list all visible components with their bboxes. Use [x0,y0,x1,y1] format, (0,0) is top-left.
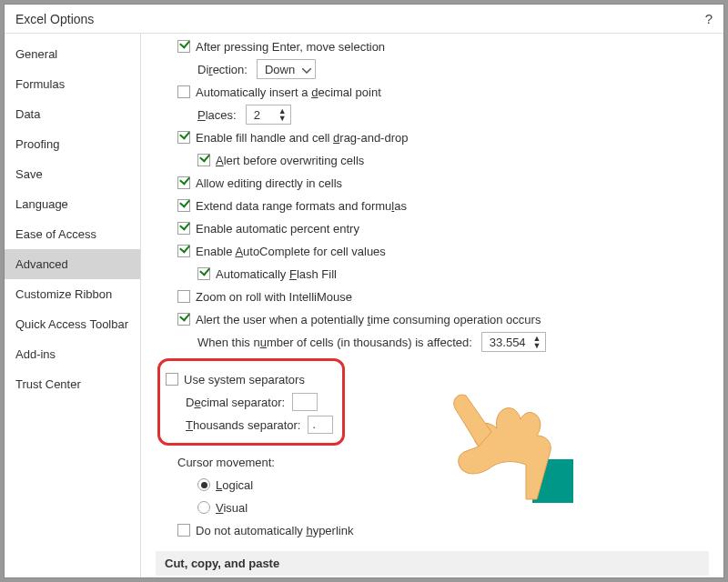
label-logical: Logical [216,478,253,492]
combo-direction[interactable]: Down [257,59,316,79]
checkbox-flash-fill[interactable] [197,267,210,280]
checkbox-autocomplete[interactable] [177,245,190,257]
sidebar-item-quick-access-toolbar[interactable]: Quick Access Toolbar [5,309,140,339]
help-icon[interactable]: ? [705,11,713,26]
opt-zoom-intelli: Zoom on roll with IntelliMouse [157,286,707,306]
label-autocomplete: Enable AutoComplete for cell values [196,245,386,258]
checkbox-use-sys-sep[interactable] [166,373,178,386]
sidebar-item-label: Proofing [15,137,59,151]
sidebar-item-customize-ribbon[interactable]: Customize Ribbon [5,279,140,309]
opt-direction: Direction: Down [157,59,707,79]
checkbox-alert-overwrite[interactable] [197,154,210,166]
sidebar-item-label: Formulas [15,77,65,91]
spinner-arrows-icon: ▲▼ [271,107,287,122]
category-sidebar: General Formulas Data Proofing Save Lang… [5,34,141,577]
checkbox-fill-handle[interactable] [177,131,190,144]
checkbox-extend-range[interactable] [177,199,190,212]
label-alert-overwrite: Alert before overwriting cells [216,154,364,167]
opt-cursor-movement: Cursor movement: [157,452,707,472]
label-thousands-sep: Thousands separator: [186,418,300,432]
label-no-hyperlink: Do not automatically hyperlink [196,524,353,537]
sidebar-item-label: Advanced [15,257,68,271]
label-direction: Direction: [197,63,248,76]
sidebar-item-add-ins[interactable]: Add-ins [5,339,140,369]
label-cursor-movement: Cursor movement: [177,456,275,469]
options-window: Excel Options ? General Formulas Data Pr… [4,4,724,578]
checkbox-auto-decimal[interactable] [177,85,190,98]
chevron-down-icon [295,63,311,76]
spinner-places-value: 2 [254,108,260,122]
sidebar-item-label: Trust Center [15,377,81,391]
spinner-arrows-icon: ▲▼ [526,335,541,349]
label-zoom-intelli: Zoom on roll with IntelliMouse [196,290,352,304]
window-title: Excel Options [15,12,94,26]
checkbox-after-enter[interactable] [177,40,190,53]
checkbox-edit-directly[interactable] [177,176,190,189]
section-cut-copy-paste: Cut, copy, and paste [156,551,709,576]
label-extend-range: Extend data range formats and formulas [196,199,407,213]
sidebar-item-advanced[interactable]: Advanced [5,249,140,279]
checkbox-auto-percent[interactable] [177,222,190,235]
opt-edit-directly: Allow editing directly in cells [157,173,707,193]
opt-thousands-sep: Thousands separator: . [166,415,333,435]
opt-auto-percent: Enable automatic percent entry [157,218,707,238]
opt-decimal-sep: Decimal separator: [166,392,333,412]
opt-extend-range: Extend data range formats and formulas [157,196,707,216]
opt-places: Places: 2 ▲▼ [157,105,707,125]
opt-fill-handle: Enable fill handle and cell drag-and-dro… [157,127,707,147]
label-cells-affected: When this number of cells (in thousands)… [197,336,472,349]
opt-no-hyperlink: Do not automatically hyperlink [157,520,707,540]
input-thousands-sep[interactable]: . [308,416,333,434]
label-alert-time: Alert the user when a potentially time c… [196,313,541,326]
sidebar-item-label: Language [15,197,68,211]
sidebar-item-language[interactable]: Language [5,189,140,219]
label-visual: Visual [216,501,248,515]
opt-alert-time: Alert the user when a potentially time c… [157,309,707,329]
spinner-cells-affected[interactable]: 33.554 ▲▼ [481,332,546,352]
combo-direction-value: Down [265,63,295,76]
label-after-enter: After pressing Enter, move selection [196,40,385,54]
sidebar-item-label: Data [15,107,40,121]
label-edit-directly: Allow editing directly in cells [196,176,342,190]
sidebar-item-proofing[interactable]: Proofing [5,129,140,159]
advanced-options-panel: After pressing Enter, move selection Dir… [141,34,723,577]
opt-visual: Visual [157,497,707,517]
sidebar-item-label: Quick Access Toolbar [15,317,128,331]
label-flash-fill: Automatically Flash Fill [216,267,337,281]
opt-flash-fill: Automatically Flash Fill [157,264,707,284]
opt-alert-overwrite: Alert before overwriting cells [157,150,707,170]
separators-highlight: Use system separators Decimal separator:… [157,358,345,446]
sidebar-item-label: Save [15,167,43,181]
checkbox-zoom-intelli[interactable] [177,290,190,303]
label-auto-percent: Enable automatic percent entry [196,222,359,236]
titlebar: Excel Options ? [5,5,723,34]
sidebar-item-trust-center[interactable]: Trust Center [5,369,140,399]
sidebar-item-formulas[interactable]: Formulas [5,69,140,99]
radio-logical[interactable] [197,478,210,491]
sidebar-item-label: Customize Ribbon [15,287,112,301]
label-use-sys-sep: Use system separators [184,373,305,386]
label-fill-handle: Enable fill handle and cell drag-and-dro… [196,131,408,145]
opt-logical: Logical [157,475,707,495]
sidebar-item-label: General [15,47,57,61]
opt-after-enter: After pressing Enter, move selection [157,36,707,56]
opt-auto-decimal: Automatically insert a decimal point [157,82,707,102]
checkbox-no-hyperlink[interactable] [177,524,190,537]
sidebar-item-ease-of-access[interactable]: Ease of Access [5,219,140,249]
input-decimal-sep[interactable] [292,393,318,411]
label-auto-decimal: Automatically insert a decimal point [196,85,381,99]
sidebar-item-data[interactable]: Data [5,99,140,129]
sidebar-item-save[interactable]: Save [5,159,140,189]
opt-cells-affected: When this number of cells (in thousands)… [157,332,707,352]
radio-visual[interactable] [197,501,210,514]
label-places: Places: [197,108,237,122]
opt-use-sys-sep: Use system separators [166,369,333,389]
label-decimal-sep: Decimal separator: [186,396,285,409]
sidebar-item-label: Add-ins [15,347,56,361]
sidebar-item-label: Ease of Access [15,227,96,241]
opt-autocomplete: Enable AutoComplete for cell values [157,241,707,261]
checkbox-alert-time[interactable] [177,313,190,326]
sidebar-item-general[interactable]: General [5,39,140,69]
spinner-cells-value: 33.554 [490,336,526,349]
spinner-places[interactable]: 2 ▲▼ [246,105,291,125]
